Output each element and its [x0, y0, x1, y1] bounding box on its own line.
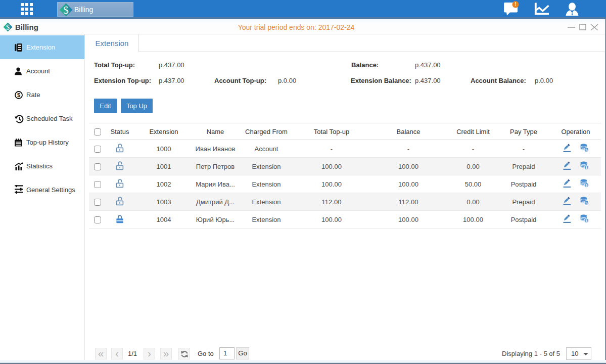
svg-text:$: $	[63, 4, 69, 16]
svg-text:$: $	[17, 92, 20, 98]
svg-text:!: !	[515, 2, 516, 7]
